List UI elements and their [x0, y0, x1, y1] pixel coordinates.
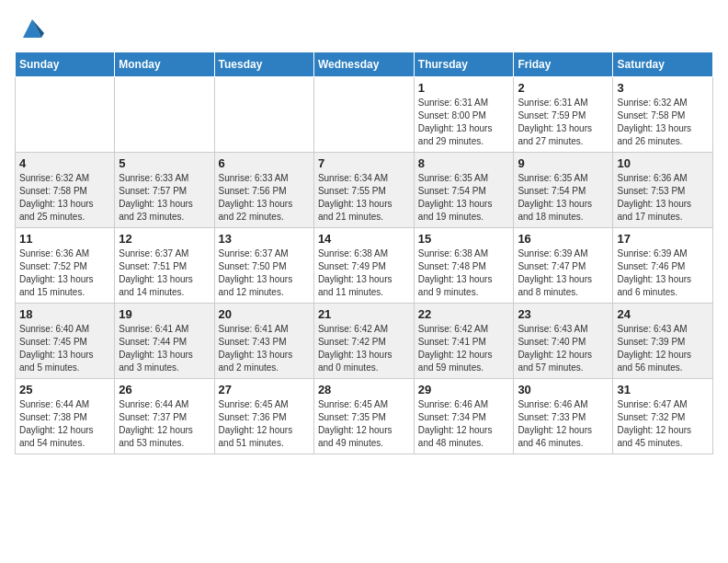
calendar-cell [214, 77, 313, 153]
calendar-cell: 8Sunrise: 6:35 AM Sunset: 7:54 PM Daylig… [414, 153, 514, 228]
day-info: Sunrise: 6:46 AM Sunset: 7:33 PM Dayligh… [518, 398, 609, 450]
day-info: Sunrise: 6:32 AM Sunset: 7:58 PM Dayligh… [19, 172, 110, 224]
day-info: Sunrise: 6:43 AM Sunset: 7:40 PM Dayligh… [518, 323, 609, 374]
day-number: 11 [19, 232, 110, 246]
day-info: Sunrise: 6:45 AM Sunset: 7:36 PM Dayligh… [219, 398, 310, 450]
day-info: Sunrise: 6:32 AM Sunset: 7:58 PM Dayligh… [617, 97, 709, 148]
calendar-week-row: 11Sunrise: 6:36 AM Sunset: 7:52 PM Dayli… [16, 228, 713, 304]
day-number: 14 [318, 232, 410, 246]
day-number: 1 [418, 81, 510, 95]
day-info: Sunrise: 6:38 AM Sunset: 7:48 PM Dayligh… [418, 247, 510, 299]
calendar-cell: 12Sunrise: 6:37 AM Sunset: 7:51 PM Dayli… [115, 228, 214, 304]
day-info: Sunrise: 6:44 AM Sunset: 7:38 PM Dayligh… [19, 398, 110, 450]
day-info: Sunrise: 6:38 AM Sunset: 7:49 PM Dayligh… [318, 247, 410, 299]
day-number: 9 [518, 156, 609, 170]
day-info: Sunrise: 6:44 AM Sunset: 7:37 PM Dayligh… [119, 398, 210, 450]
calendar-cell: 7Sunrise: 6:34 AM Sunset: 7:55 PM Daylig… [313, 153, 414, 228]
day-number: 22 [418, 307, 510, 321]
day-number: 28 [318, 383, 410, 396]
calendar-header-tuesday: Tuesday [214, 52, 313, 77]
day-number: 15 [418, 232, 510, 246]
calendar-cell: 16Sunrise: 6:39 AM Sunset: 7:47 PM Dayli… [514, 228, 613, 304]
day-number: 29 [418, 383, 510, 396]
day-number: 5 [119, 156, 210, 170]
calendar-header-monday: Monday [115, 52, 214, 77]
day-number: 19 [119, 307, 210, 321]
calendar-cell: 13Sunrise: 6:37 AM Sunset: 7:50 PM Dayli… [214, 228, 313, 304]
day-info: Sunrise: 6:41 AM Sunset: 7:43 PM Dayligh… [219, 323, 310, 374]
day-info: Sunrise: 6:40 AM Sunset: 7:45 PM Dayligh… [19, 323, 110, 374]
day-number: 18 [19, 307, 110, 321]
calendar-cell: 2Sunrise: 6:31 AM Sunset: 7:59 PM Daylig… [514, 77, 613, 153]
calendar-cell: 30Sunrise: 6:46 AM Sunset: 7:33 PM Dayli… [514, 379, 613, 454]
day-info: Sunrise: 6:36 AM Sunset: 7:53 PM Dayligh… [617, 172, 709, 224]
day-number: 20 [219, 307, 310, 321]
calendar-header-saturday: Saturday [613, 52, 713, 77]
day-info: Sunrise: 6:35 AM Sunset: 7:54 PM Dayligh… [518, 172, 609, 224]
day-info: Sunrise: 6:42 AM Sunset: 7:42 PM Dayligh… [318, 323, 410, 374]
page-header [15, 15, 713, 42]
day-info: Sunrise: 6:43 AM Sunset: 7:39 PM Dayligh… [617, 323, 709, 374]
day-number: 17 [617, 232, 709, 246]
day-info: Sunrise: 6:37 AM Sunset: 7:50 PM Dayligh… [219, 247, 310, 299]
calendar-cell: 10Sunrise: 6:36 AM Sunset: 7:53 PM Dayli… [613, 153, 713, 228]
calendar-cell: 21Sunrise: 6:42 AM Sunset: 7:42 PM Dayli… [313, 304, 414, 379]
calendar-cell: 6Sunrise: 6:33 AM Sunset: 7:56 PM Daylig… [214, 153, 313, 228]
day-info: Sunrise: 6:37 AM Sunset: 7:51 PM Dayligh… [119, 247, 210, 299]
calendar-cell: 28Sunrise: 6:45 AM Sunset: 7:35 PM Dayli… [313, 379, 414, 454]
calendar-header-row: SundayMondayTuesdayWednesdayThursdayFrid… [16, 52, 713, 77]
calendar-cell: 1Sunrise: 6:31 AM Sunset: 8:00 PM Daylig… [414, 77, 514, 153]
calendar-cell: 11Sunrise: 6:36 AM Sunset: 7:52 PM Dayli… [16, 228, 115, 304]
calendar-cell: 17Sunrise: 6:39 AM Sunset: 7:46 PM Dayli… [613, 228, 713, 304]
day-number: 21 [318, 307, 410, 321]
day-number: 2 [518, 81, 609, 95]
calendar-cell: 22Sunrise: 6:42 AM Sunset: 7:41 PM Dayli… [414, 304, 514, 379]
calendar-cell: 23Sunrise: 6:43 AM Sunset: 7:40 PM Dayli… [514, 304, 613, 379]
calendar-cell: 25Sunrise: 6:44 AM Sunset: 7:38 PM Dayli… [16, 379, 115, 454]
day-info: Sunrise: 6:39 AM Sunset: 7:46 PM Dayligh… [617, 247, 709, 299]
day-number: 25 [19, 383, 110, 396]
day-number: 10 [617, 156, 709, 170]
calendar-header-thursday: Thursday [414, 52, 514, 77]
day-info: Sunrise: 6:42 AM Sunset: 7:41 PM Dayligh… [418, 323, 510, 374]
day-number: 8 [418, 156, 510, 170]
calendar-header-sunday: Sunday [16, 52, 115, 77]
calendar-header-wednesday: Wednesday [313, 52, 414, 77]
calendar-cell: 9Sunrise: 6:35 AM Sunset: 7:54 PM Daylig… [514, 153, 613, 228]
calendar-cell: 29Sunrise: 6:46 AM Sunset: 7:34 PM Dayli… [414, 379, 514, 454]
day-info: Sunrise: 6:45 AM Sunset: 7:35 PM Dayligh… [318, 398, 410, 450]
day-number: 23 [518, 307, 609, 321]
day-info: Sunrise: 6:33 AM Sunset: 7:57 PM Dayligh… [119, 172, 210, 224]
day-info: Sunrise: 6:35 AM Sunset: 7:54 PM Dayligh… [418, 172, 510, 224]
day-number: 16 [518, 232, 609, 246]
day-info: Sunrise: 6:33 AM Sunset: 7:56 PM Dayligh… [219, 172, 310, 224]
day-number: 7 [318, 156, 410, 170]
calendar-week-row: 25Sunrise: 6:44 AM Sunset: 7:38 PM Dayli… [16, 379, 713, 454]
calendar-week-row: 1Sunrise: 6:31 AM Sunset: 8:00 PM Daylig… [16, 77, 713, 153]
calendar-cell: 4Sunrise: 6:32 AM Sunset: 7:58 PM Daylig… [16, 153, 115, 228]
day-number: 31 [617, 383, 709, 396]
calendar-cell: 26Sunrise: 6:44 AM Sunset: 7:37 PM Dayli… [115, 379, 214, 454]
day-info: Sunrise: 6:36 AM Sunset: 7:52 PM Dayligh… [19, 247, 110, 299]
calendar-cell [115, 77, 214, 153]
day-info: Sunrise: 6:39 AM Sunset: 7:47 PM Dayligh… [518, 247, 609, 299]
day-info: Sunrise: 6:47 AM Sunset: 7:32 PM Dayligh… [617, 398, 709, 450]
day-number: 26 [119, 383, 210, 396]
day-info: Sunrise: 6:34 AM Sunset: 7:55 PM Dayligh… [318, 172, 410, 224]
day-number: 24 [617, 307, 709, 321]
calendar-week-row: 18Sunrise: 6:40 AM Sunset: 7:45 PM Dayli… [16, 304, 713, 379]
logo-icon [18, 15, 46, 42]
calendar-table: SundayMondayTuesdayWednesdayThursdayFrid… [15, 52, 713, 454]
day-number: 6 [219, 156, 310, 170]
day-info: Sunrise: 6:31 AM Sunset: 8:00 PM Dayligh… [418, 97, 510, 148]
day-info: Sunrise: 6:31 AM Sunset: 7:59 PM Dayligh… [518, 97, 609, 148]
day-number: 4 [19, 156, 110, 170]
calendar-cell: 27Sunrise: 6:45 AM Sunset: 7:36 PM Dayli… [214, 379, 313, 454]
calendar-cell: 18Sunrise: 6:40 AM Sunset: 7:45 PM Dayli… [16, 304, 115, 379]
day-number: 30 [518, 383, 609, 396]
calendar-cell [313, 77, 414, 153]
logo [15, 15, 46, 42]
calendar-cell: 24Sunrise: 6:43 AM Sunset: 7:39 PM Dayli… [613, 304, 713, 379]
calendar-header-friday: Friday [514, 52, 613, 77]
day-info: Sunrise: 6:41 AM Sunset: 7:44 PM Dayligh… [119, 323, 210, 374]
